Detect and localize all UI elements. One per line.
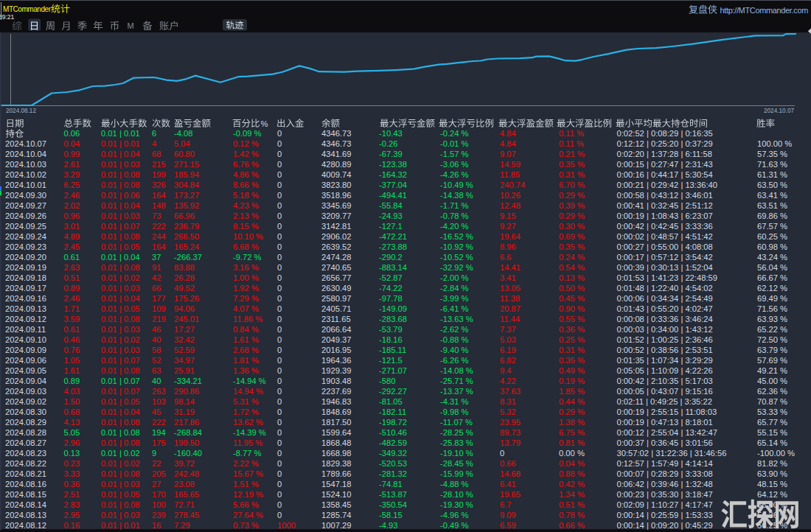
svg-text:5.31 %: 5.31 %: [233, 397, 259, 406]
svg-text:2024.10.07: 2024.10.07: [764, 108, 794, 114]
svg-text:2024.08.28: 2024.08.28: [5, 428, 46, 437]
svg-text:0.01 | 0.03: 0.01 | 0.03: [101, 325, 140, 334]
svg-text:-10.49 %: -10.49 %: [440, 181, 473, 189]
svg-text:242.48: 242.48: [174, 469, 199, 478]
svg-text:2024.09.04: 2024.09.04: [5, 377, 46, 385]
svg-text:0.69 %: 0.69 %: [559, 232, 585, 241]
svg-text:-28.25 %: -28.25 %: [440, 428, 473, 437]
svg-text:48.15 %: 48.15 %: [757, 480, 787, 489]
svg-text:-1.71 %: -1.71 %: [440, 201, 469, 210]
svg-text:94.06: 94.06: [174, 304, 195, 313]
svg-text:49.21 %: 49.21 %: [757, 366, 787, 375]
svg-text:0.31 %: 0.31 %: [559, 170, 585, 179]
svg-text:-28.10 %: -28.10 %: [440, 490, 473, 499]
svg-text:6.70 %: 6.70 %: [559, 181, 585, 189]
svg-text:0.01 | 0.08: 0.01 | 0.08: [101, 428, 140, 437]
svg-text:8.96: 8.96: [500, 242, 516, 251]
svg-text:0.54 %: 0.54 %: [559, 263, 585, 272]
svg-text:0.01 | 0.04: 0.01 | 0.04: [101, 407, 140, 416]
svg-text:63.41 %: 63.41 %: [757, 191, 787, 200]
svg-text:0.04: 0.04: [64, 139, 80, 148]
svg-text:175.26: 175.26: [174, 294, 199, 303]
svg-text:0:00:27 | 0:55:00 | 4:08:08: 0:00:27 | 0:55:00 | 4:08:08: [617, 242, 713, 251]
svg-text:2024.08.27: 2024.08.27: [5, 438, 46, 447]
svg-text:0.76: 0.76: [64, 346, 80, 354]
svg-text:-283.68: -283.68: [379, 315, 407, 323]
svg-text:12.48: 12.48: [500, 201, 521, 210]
svg-text:2024.09.11: 2024.09.11: [5, 325, 46, 334]
svg-text:4346.73: 4346.73: [321, 139, 351, 148]
svg-text:0.01 | 0.05: 0.01 | 0.05: [101, 242, 140, 251]
svg-text:0: 0: [277, 315, 282, 323]
svg-text:2630.49: 2630.49: [321, 284, 351, 293]
svg-text:177: 177: [152, 294, 166, 303]
svg-text:MTCommander: MTCommander: [3, 5, 52, 13]
svg-text:0:00:41 | 0:32:45 | 2:51:12: 0:00:41 | 0:32:45 | 2:51:12: [617, 201, 713, 210]
svg-text:109: 109: [152, 304, 166, 313]
svg-text:2024.08.21: 2024.08.21: [5, 469, 46, 478]
svg-text:-4.31 %: -4.31 %: [440, 397, 469, 406]
svg-text:0.29 %: 0.29 %: [559, 211, 585, 220]
svg-text:89.73: 89.73: [500, 428, 521, 437]
svg-text:-52.87: -52.87: [379, 273, 403, 282]
svg-text:1.42 %: 1.42 %: [233, 150, 259, 158]
svg-text:0.36 %: 0.36 %: [559, 325, 585, 334]
svg-text:43.24 %: 43.24 %: [757, 253, 787, 262]
svg-text:0:00:03 | 0:34:00 | 1:43:12: 0:00:03 | 0:34:00 | 1:43:12: [617, 325, 713, 334]
svg-text:-271.07: -271.07: [379, 366, 407, 375]
svg-text:4.89: 4.89: [64, 232, 80, 241]
svg-text:2.45: 2.45: [64, 242, 80, 251]
svg-text:0:05:05 | 1:10:09 | 4:22:26: 0:05:05 | 1:10:09 | 4:22:26: [617, 366, 713, 375]
svg-text:-19.30 %: -19.30 %: [440, 500, 473, 509]
svg-text:0.90 %: 0.90 %: [559, 304, 585, 313]
svg-text:0: 0: [277, 284, 282, 293]
svg-text:57.35 %: 57.35 %: [757, 150, 787, 158]
svg-text:2024.10.02: 2024.10.02: [5, 170, 46, 179]
svg-text:0.01 | 0.08: 0.01 | 0.08: [101, 263, 140, 272]
svg-text:64.12 %: 64.12 %: [757, 490, 787, 499]
svg-text:34.97: 34.97: [174, 356, 195, 365]
svg-text:2024.08.12: 2024.08.12: [6, 108, 36, 114]
svg-text:0:00:05 | 0:43:07 | 9:15:16: 0:00:05 | 0:43:07 | 9:15:16: [617, 387, 713, 396]
svg-text:0:00:58 | 0:43:12 | 3:46:01: 0:00:58 | 0:43:12 | 3:46:01: [617, 191, 713, 200]
svg-text:0.12 %: 0.12 %: [233, 139, 259, 148]
svg-text:0: 0: [277, 377, 282, 385]
svg-text:8.66 %: 8.66 %: [233, 181, 259, 189]
svg-text:0:00:19 | 1:08:43 | 6:23:07: 0:00:19 | 1:08:43 | 6:23:07: [617, 211, 713, 220]
svg-text:0.66: 0.66: [500, 459, 516, 468]
svg-text:-494.41: -494.41: [379, 191, 407, 200]
svg-text:0.01 | 0.05: 0.01 | 0.05: [101, 397, 140, 406]
svg-text:27.64 %: 27.64 %: [233, 511, 263, 519]
svg-text:2024.08.15: 2024.08.15: [5, 490, 46, 499]
svg-text:2906.02: 2906.02: [321, 232, 351, 241]
svg-text:222: 222: [152, 418, 166, 427]
svg-text:0:00:06 | 0:34:34 | 2:54:49: 0:00:06 | 0:34:34 | 2:54:49: [617, 294, 713, 303]
svg-text:5.04: 5.04: [174, 139, 190, 148]
svg-text:16: 16: [152, 521, 161, 530]
svg-text:52.59: 52.59: [174, 346, 195, 354]
svg-text:2024.08.13: 2024.08.13: [5, 511, 46, 519]
svg-text:2024.09.26: 2024.09.26: [5, 211, 46, 220]
svg-text:0.01 | 0.08: 0.01 | 0.08: [101, 170, 140, 179]
svg-text:9.07: 9.07: [500, 150, 516, 158]
svg-text:0: 0: [277, 263, 282, 272]
svg-text:11.85: 11.85: [500, 170, 520, 179]
svg-text:2024.10.04: 2024.10.04: [5, 150, 46, 158]
svg-text:0.11 %: 0.11 %: [559, 129, 584, 138]
svg-text:1.61: 1.61: [64, 366, 80, 375]
svg-text:26.28: 26.28: [174, 273, 195, 282]
svg-text:0.25 %: 0.25 %: [559, 335, 585, 344]
svg-text:57.69 %: 57.69 %: [757, 356, 787, 365]
svg-text:148: 148: [152, 201, 166, 210]
svg-text:4.13: 4.13: [64, 418, 80, 427]
svg-text:0: 0: [277, 242, 282, 251]
svg-text:0.00 %: 0.00 %: [559, 449, 585, 458]
svg-text:0: 0: [277, 346, 282, 354]
svg-text:66.67 %: 66.67 %: [757, 273, 787, 282]
svg-text:0.61: 0.61: [64, 253, 80, 262]
svg-text:6.19: 6.19: [500, 346, 516, 354]
svg-text:2024.09.13: 2024.09.13: [5, 304, 46, 313]
svg-text:-25.71 %: -25.71 %: [440, 377, 473, 385]
svg-text:0.01 | 0.01: 0.01 | 0.01: [101, 129, 140, 138]
svg-text:-10.52 %: -10.52 %: [440, 253, 473, 262]
